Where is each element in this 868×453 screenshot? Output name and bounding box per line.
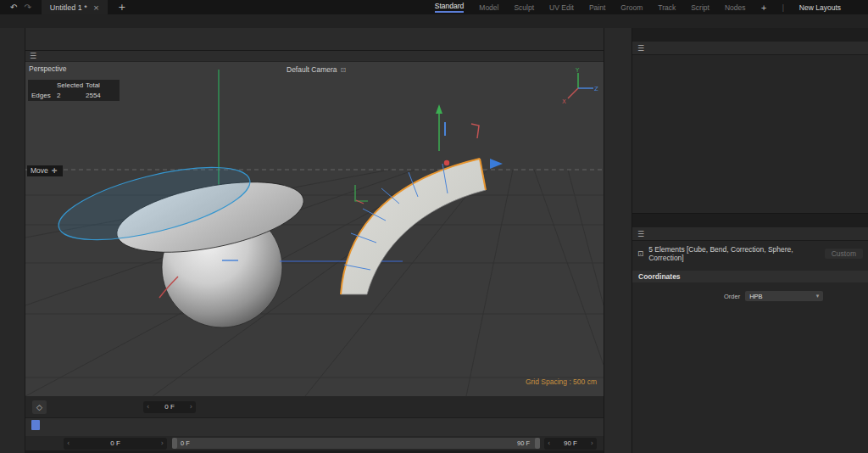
main-toolbar bbox=[25, 28, 604, 51]
document-tab-label: Untitled 1 * bbox=[50, 3, 87, 12]
hud-col-total: Total bbox=[86, 81, 116, 89]
axis-x-label: X bbox=[562, 98, 566, 105]
camera-label-text: Default Camera bbox=[287, 65, 337, 74]
coordinates-grid bbox=[632, 282, 868, 288]
selection-hud: Selected Total Edges 2 2554 bbox=[28, 80, 120, 101]
range-start-field[interactable]: ‹ 0 F › bbox=[64, 438, 167, 450]
camera-label[interactable]: Default Camera ⊡ bbox=[287, 65, 346, 74]
viewport-burger-icon[interactable]: ☰ bbox=[30, 52, 36, 60]
order-value: HPB bbox=[749, 293, 762, 300]
chevron-down-icon: ▾ bbox=[816, 293, 820, 299]
range-start-value: 0 F bbox=[73, 439, 158, 447]
undo-icon[interactable]: ↶ bbox=[10, 3, 17, 12]
layout-tab-track[interactable]: Track bbox=[658, 3, 676, 12]
layout-tab-paint[interactable]: Paint bbox=[589, 3, 605, 12]
view-label: Perspective bbox=[29, 64, 66, 73]
range-start-increment[interactable]: › bbox=[158, 439, 167, 447]
custom-button[interactable]: Custom bbox=[825, 249, 863, 259]
hud-total-count: 2554 bbox=[86, 92, 116, 99]
om-burger-icon[interactable]: ☰ bbox=[637, 44, 644, 53]
viewport-menu-bar: ☰ bbox=[25, 51, 604, 62]
title-bar: ↶ ↷ Untitled 1 * × + StandardModelSculpt… bbox=[0, 0, 868, 14]
layout-tab-groom[interactable]: Groom bbox=[620, 3, 643, 12]
current-frame-field[interactable]: ‹ 0 F › bbox=[143, 401, 196, 413]
range-handle-left[interactable] bbox=[172, 438, 177, 449]
range-handle-right[interactable] bbox=[535, 438, 540, 449]
axis-z-label: Z bbox=[594, 86, 598, 92]
hud-col-selected: Selected bbox=[57, 81, 86, 89]
range-end-increment[interactable]: › bbox=[587, 439, 597, 447]
range-row: ‹ 0 F › 0 F 90 F ‹ 90 F › bbox=[25, 436, 604, 450]
keyframe-diamond-button[interactable]: ◇ bbox=[32, 400, 47, 414]
range-bar-start-label: 0 F bbox=[181, 439, 190, 447]
left-tool-sidebar bbox=[0, 28, 25, 453]
range-end-decrement[interactable]: ‹ bbox=[544, 439, 554, 447]
bend-axis-gizmo bbox=[436, 104, 479, 151]
layout-tab-uv-edit[interactable]: UV Edit bbox=[549, 3, 574, 12]
cinema4d-window: ↶ ↷ Untitled 1 * × + StandardModelSculpt… bbox=[0, 0, 868, 453]
layout-tab-script[interactable]: Script bbox=[691, 3, 709, 12]
playhead[interactable] bbox=[31, 420, 40, 430]
object-tree bbox=[632, 55, 868, 213]
bend-handle-dot[interactable] bbox=[444, 160, 449, 165]
attr-burger-icon[interactable]: ☰ bbox=[637, 230, 644, 238]
document-tab[interactable]: Untitled 1 * × bbox=[42, 0, 108, 14]
selection-text: 5 Elements [Cube, Bend, Correction, Sphe… bbox=[648, 245, 820, 262]
axis-y-label: Y bbox=[575, 67, 580, 74]
transport-row: ◇ ‹ 0 F › bbox=[25, 396, 604, 417]
attributes-menu: ☰ bbox=[632, 227, 868, 241]
bend-direction-arrow[interactable] bbox=[490, 159, 503, 169]
current-frame-value: 0 F bbox=[153, 403, 186, 411]
layout-tab-sculpt[interactable]: Sculpt bbox=[514, 3, 534, 12]
frame-decrement[interactable]: ‹ bbox=[143, 403, 153, 411]
range-bar-end-label: 90 F bbox=[517, 439, 530, 447]
tooltip-text: Move bbox=[31, 166, 48, 175]
range-start-decrement[interactable]: ‹ bbox=[64, 439, 73, 447]
order-select[interactable]: HPB ▾ bbox=[745, 291, 823, 301]
create-tool-column bbox=[604, 28, 632, 453]
menu-bar bbox=[0, 14, 868, 28]
hud-row-label: Edges bbox=[31, 92, 57, 99]
selection-icon: ⊡ bbox=[637, 249, 643, 258]
preview-range-bar[interactable]: 0 F 90 F bbox=[172, 438, 540, 449]
object-axis-corner bbox=[355, 185, 368, 204]
world-axis-gizmo: Y Z X bbox=[559, 66, 598, 107]
redo-icon[interactable]: ↷ bbox=[24, 3, 31, 12]
order-label: Order bbox=[724, 293, 740, 300]
tool-tooltip: Move ✛ bbox=[27, 165, 63, 176]
viewport-scene bbox=[25, 51, 604, 396]
layout-tab-bar: StandardModelSculptUV EditPaintGroomTrac… bbox=[435, 2, 868, 13]
hud-selected-count: 2 bbox=[57, 92, 86, 99]
move-icon: ✛ bbox=[52, 167, 58, 175]
layout-divider: | bbox=[782, 3, 784, 12]
viewport[interactable]: ☰ Perspective Default Camera ⊡ Selected … bbox=[25, 51, 604, 396]
bent-cube-object[interactable] bbox=[341, 159, 486, 294]
object-manager-tabs bbox=[632, 28, 868, 42]
timeline-ruler[interactable] bbox=[25, 417, 604, 436]
coordinates-section-header[interactable]: Coordinates bbox=[632, 271, 868, 282]
new-document-tab-button[interactable]: + bbox=[108, 2, 136, 13]
add-layout-button[interactable]: + bbox=[761, 3, 767, 12]
camera-menu-icon[interactable]: ⊡ bbox=[341, 66, 347, 74]
new-layouts-button[interactable]: New Layouts bbox=[799, 3, 841, 12]
selection-info-row: ⊡ 5 Elements [Cube, Bend, Correction, Sp… bbox=[632, 241, 868, 266]
timeline: ◇ ‹ 0 F › ‹ 0 F › 0 F 90 F bbox=[25, 396, 604, 453]
range-end-value: 90 F bbox=[554, 439, 587, 447]
close-icon[interactable]: × bbox=[93, 3, 100, 12]
layout-tab-standard[interactable]: Standard bbox=[435, 2, 465, 13]
object-manager-menu: ☰ bbox=[632, 42, 868, 55]
layout-tab-nodes[interactable]: Nodes bbox=[725, 3, 746, 12]
layout-tab-model[interactable]: Model bbox=[479, 3, 498, 12]
range-end-field[interactable]: ‹ 90 F › bbox=[544, 438, 597, 450]
attributes-tabs bbox=[632, 214, 868, 227]
right-panel: ☰ ☰ ⊡ 5 Elements [Cube, Bend, Correction… bbox=[632, 28, 868, 453]
grid-spacing-label: Grid Spacing : 500 cm bbox=[526, 378, 597, 386]
frame-increment[interactable]: › bbox=[186, 403, 196, 411]
order-row: Order HPB ▾ bbox=[632, 288, 868, 306]
